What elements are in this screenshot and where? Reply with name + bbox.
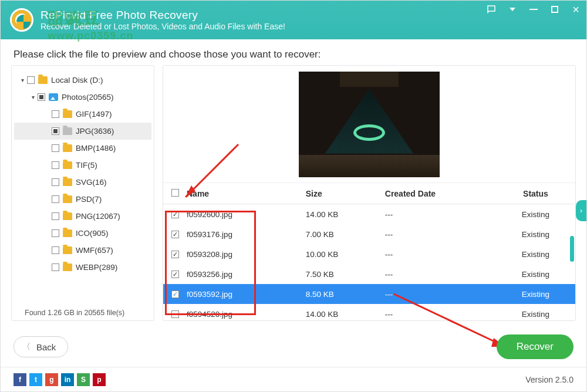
- bottom-bar: 〈Back Recover: [1, 330, 586, 363]
- tree-item[interactable]: ▾Photos(20565): [14, 89, 151, 106]
- tree-checkbox[interactable]: [52, 195, 59, 203]
- tree-checkbox[interactable]: [52, 246, 59, 254]
- tree-checkbox[interactable]: [52, 229, 59, 237]
- version-label: Version 2.5.0: [525, 375, 573, 384]
- tree-item[interactable]: WMF(657): [14, 242, 151, 259]
- app-title: RePicvid Free Photo Recovery: [41, 9, 285, 22]
- tree-checkbox[interactable]: [52, 263, 59, 271]
- tree-checkbox[interactable]: [52, 212, 59, 220]
- table-row[interactable]: f0593208.jpg10.00 KB---Existing: [163, 244, 575, 264]
- tree-toggle-icon[interactable]: ▾: [29, 94, 36, 100]
- tree-checkbox[interactable]: [52, 144, 59, 152]
- minimize-button[interactable]: [523, 1, 544, 18]
- tree-item[interactable]: PNG(12067): [14, 208, 151, 225]
- social-button[interactable]: S: [77, 373, 90, 386]
- tree-item-label: PNG(12067): [76, 212, 120, 221]
- folder-icon: [63, 263, 72, 271]
- back-button[interactable]: 〈Back: [14, 336, 68, 357]
- row-checkbox[interactable]: [171, 231, 179, 238]
- cell-date: ---: [385, 210, 496, 219]
- social-button[interactable]: g: [45, 373, 58, 386]
- tree-checkbox[interactable]: [27, 76, 35, 84]
- row-checkbox[interactable]: [171, 310, 179, 318]
- folder-icon: [63, 161, 72, 169]
- folder-icon: [63, 127, 72, 135]
- folder-icon: [63, 229, 72, 237]
- scrollbar-thumb[interactable]: [570, 236, 574, 262]
- cell-status: Existing: [496, 250, 575, 259]
- tree-item-label: Local Disk (D:): [51, 76, 103, 85]
- photos-icon: [49, 93, 58, 101]
- tree-checkbox[interactable]: [52, 110, 59, 118]
- recover-button[interactable]: Recover: [497, 334, 573, 359]
- tree-checkbox[interactable]: [38, 93, 45, 101]
- social-buttons: ftginSp: [14, 373, 106, 386]
- tree-item-label: PSD(7): [76, 195, 102, 204]
- tree-item-label: Photos(20565): [62, 93, 114, 102]
- folder-icon: [63, 144, 72, 152]
- folder-icon: [63, 195, 72, 203]
- close-button[interactable]: ×: [565, 1, 586, 18]
- cell-date: ---: [385, 230, 496, 239]
- table-row[interactable]: f0594520.jpg14.00 KB---Existing: [163, 304, 575, 320]
- tree-checkbox[interactable]: [52, 161, 59, 169]
- cell-status: Existing: [496, 290, 575, 299]
- maximize-button[interactable]: [544, 1, 565, 18]
- cell-name: f0594520.jpg: [187, 310, 306, 319]
- cell-date: ---: [385, 270, 496, 279]
- select-all-checkbox[interactable]: [171, 189, 179, 197]
- tree-item[interactable]: BMP(1486): [14, 140, 151, 157]
- instruction-text: Please click the file to preview and cho…: [1, 39, 586, 65]
- chevron-left-icon: 〈: [22, 342, 31, 352]
- cell-size: 7.50 KB: [306, 270, 385, 279]
- dropdown-icon[interactable]: [502, 1, 523, 18]
- cell-size: 10.00 KB: [306, 250, 385, 259]
- table-row[interactable]: f0592600.jpg14.00 KB---Existing: [163, 204, 575, 224]
- cell-status: Existing: [496, 310, 575, 319]
- tree-checkbox[interactable]: [52, 178, 59, 186]
- column-name[interactable]: Name: [187, 189, 306, 198]
- table-row[interactable]: f0593176.jpg7.00 KB---Existing: [163, 224, 575, 244]
- feedback-icon[interactable]: [481, 1, 502, 18]
- column-date[interactable]: Created Date: [385, 189, 496, 198]
- cell-size: 7.00 KB: [306, 230, 385, 239]
- column-size[interactable]: Size: [306, 189, 385, 198]
- social-button[interactable]: in: [61, 373, 74, 386]
- cell-size: 14.00 KB: [306, 210, 385, 219]
- tree-item[interactable]: JPG(3636): [14, 123, 151, 140]
- row-checkbox[interactable]: [171, 251, 179, 258]
- cell-name: f0593256.jpg: [187, 270, 306, 279]
- cell-name: f0593208.jpg: [187, 250, 306, 259]
- tree-toggle-icon[interactable]: ▾: [19, 77, 26, 83]
- social-button[interactable]: t: [29, 373, 42, 386]
- row-checkbox[interactable]: [171, 290, 179, 298]
- row-checkbox[interactable]: [171, 271, 179, 278]
- table-row[interactable]: f0593256.jpg7.50 KB---Existing: [163, 264, 575, 284]
- tree-item[interactable]: WEBP(289): [14, 259, 151, 276]
- found-summary: Found 1.26 GB in 20565 file(s): [14, 306, 151, 317]
- tree-item-label: BMP(1486): [76, 144, 116, 153]
- cell-size: 14.00 KB: [306, 310, 385, 319]
- table-row[interactable]: f0593592.jpg8.50 KB---Existing: [163, 284, 575, 304]
- side-expand-tab[interactable]: ›: [576, 200, 586, 221]
- tree-checkbox[interactable]: [52, 127, 59, 135]
- tree-item[interactable]: TIF(5): [14, 157, 151, 174]
- row-checkbox[interactable]: [171, 211, 179, 218]
- tree-item-label: SVG(16): [76, 178, 107, 187]
- tree-item-label: WMF(657): [76, 246, 113, 255]
- folder-tree: ▾Local Disk (D:)▾Photos(20565)GIF(1497)J…: [14, 72, 151, 276]
- cell-name: f0593176.jpg: [187, 230, 306, 239]
- tree-item[interactable]: SVG(16): [14, 174, 151, 191]
- column-status[interactable]: Status: [496, 189, 575, 198]
- preview-image: [299, 72, 440, 177]
- main-area: ▾Local Disk (D:)▾Photos(20565)GIF(1497)J…: [1, 65, 586, 321]
- file-list[interactable]: f0592600.jpg14.00 KB---Existingf0593176.…: [163, 204, 575, 320]
- tree-item-label: WEBP(289): [76, 263, 117, 272]
- tree-item[interactable]: PSD(7): [14, 191, 151, 208]
- social-button[interactable]: f: [14, 373, 26, 386]
- tree-item[interactable]: ICO(905): [14, 225, 151, 242]
- social-button[interactable]: p: [93, 373, 106, 386]
- folder-icon: [63, 110, 72, 118]
- tree-item[interactable]: GIF(1497): [14, 106, 151, 123]
- tree-item[interactable]: ▾Local Disk (D:): [14, 72, 151, 89]
